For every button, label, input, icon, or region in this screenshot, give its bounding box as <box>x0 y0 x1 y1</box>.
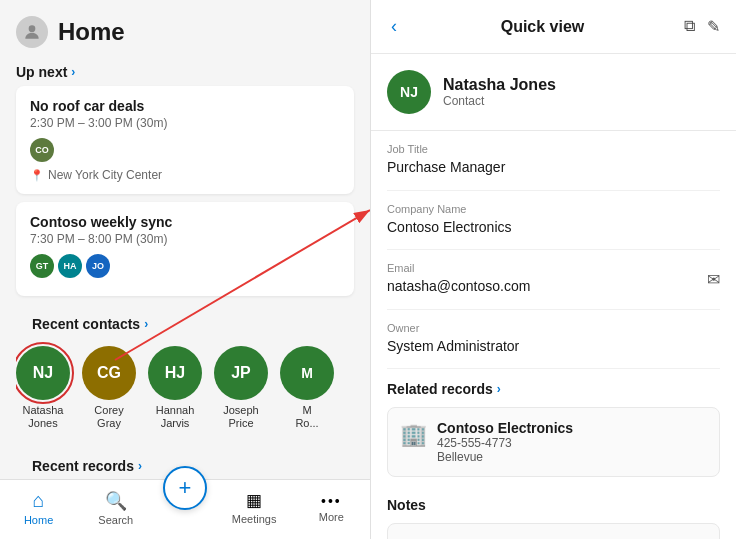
up-next-section-title[interactable]: Up next › <box>0 56 370 86</box>
attendee-avatar: GT <box>30 254 54 278</box>
external-link-icon[interactable]: ⧉ <box>684 17 695 36</box>
contact-fields: Job Title Purchase Manager Company Name … <box>371 131 736 369</box>
recent-contacts-chevron: › <box>144 317 148 331</box>
location-text: New York City Center <box>48 168 162 182</box>
quick-view-title: Quick view <box>409 18 676 36</box>
svg-point-0 <box>29 25 36 32</box>
edit-icon[interactable]: ✎ <box>707 17 720 36</box>
contact-item-nj[interactable]: NJ NatashaJones <box>16 346 70 430</box>
contact-avatar-hj: HJ <box>148 346 202 400</box>
event-2-attendees: GT HA JO <box>30 254 340 278</box>
fab-container: + <box>163 466 207 526</box>
field-label-email: Email <box>387 262 720 274</box>
bottom-navigation: ⌂ Home 🔍 Search + ▦ Meetings ••• More <box>0 479 370 539</box>
attendee-avatar: JO <box>86 254 110 278</box>
up-next-label: Up next <box>16 64 67 80</box>
event-1-title: No roof car deals <box>30 98 340 114</box>
notes-title: Notes <box>387 497 720 513</box>
contact-item-cg[interactable]: CG CoreyGray <box>82 346 136 430</box>
contact-avatar-jp: JP <box>214 346 268 400</box>
field-label-company: Company Name <box>387 203 720 215</box>
related-records-title[interactable]: Related records › <box>387 381 720 397</box>
event-1-time: 2:30 PM – 3:00 PM (30m) <box>30 116 340 130</box>
field-value-email: natasha@contoso.com <box>387 277 720 297</box>
location-icon: 📍 <box>30 169 44 182</box>
right-panel: ‹ Quick view ⧉ ✎ NJ Natasha Jones Contac… <box>371 0 736 539</box>
related-company-name: Contoso Electronics <box>437 420 573 436</box>
nav-more-label: More <box>319 511 344 523</box>
contact-name-hj: HannahJarvis <box>156 404 195 430</box>
related-company-phone: 425-555-4773 <box>437 436 573 450</box>
contact-name-jp: JosephPrice <box>223 404 258 430</box>
search-icon: 🔍 <box>105 490 127 512</box>
back-button[interactable]: ‹ <box>387 12 401 41</box>
contact-item-jp[interactable]: JP JosephPrice <box>214 346 268 430</box>
nav-meetings[interactable]: ▦ Meetings <box>224 490 284 525</box>
field-company: Company Name Contoso Electronics <box>387 191 720 251</box>
contact-item-hj[interactable]: HJ HannahJarvis <box>148 346 202 430</box>
user-avatar[interactable] <box>16 16 48 48</box>
left-panel: Home Up next › No roof car deals 2:30 PM… <box>0 0 370 539</box>
recent-records-chevron: › <box>138 459 142 473</box>
meetings-icon: ▦ <box>246 490 262 511</box>
related-records-label: Related records <box>387 381 493 397</box>
contact-full-name: Natasha Jones <box>443 76 556 94</box>
more-icon: ••• <box>321 493 342 509</box>
field-owner: Owner System Administrator <box>387 310 720 370</box>
event-2-title: Contoso weekly sync <box>30 214 340 230</box>
up-next-chevron: › <box>71 65 75 79</box>
recent-contacts-title[interactable]: Recent contacts › <box>16 308 354 338</box>
related-records-chevron: › <box>497 382 501 396</box>
contact-name-block: Natasha Jones Contact <box>443 76 556 108</box>
event-1-attendees: CO <box>30 138 340 162</box>
related-company-city: Bellevue <box>437 450 573 464</box>
contact-info-row: NJ Natasha Jones Contact <box>371 54 736 131</box>
contacts-row: NJ NatashaJones CG CoreyGray HJ HannahJa… <box>16 338 354 438</box>
contact-type: Contact <box>443 94 556 108</box>
attendee-avatar: CO <box>30 138 54 162</box>
contact-name-nj: NatashaJones <box>23 404 64 430</box>
field-value-owner: System Administrator <box>387 337 720 357</box>
related-record-item[interactable]: 🏢 Contoso Electronics 425-555-4773 Belle… <box>387 407 720 477</box>
quick-view-header: ‹ Quick view ⧉ ✎ <box>371 0 736 54</box>
email-icon[interactable]: ✉ <box>707 270 720 289</box>
contact-name-m: MRo... <box>295 404 318 430</box>
attendee-avatar: HA <box>58 254 82 278</box>
field-email: Email natasha@contoso.com ✉ <box>387 250 720 310</box>
related-records-section: Related records › 🏢 Contoso Electronics … <box>371 369 736 485</box>
notes-box: Your notes will appear here. Add a note <box>387 523 720 539</box>
contact-avatar-m: M <box>280 346 334 400</box>
home-icon: ⌂ <box>33 489 45 512</box>
nav-home[interactable]: ⌂ Home <box>9 489 69 526</box>
nav-meetings-label: Meetings <box>232 513 277 525</box>
nav-search[interactable]: 🔍 Search <box>86 490 146 526</box>
notes-section: Notes Your notes will appear here. Add a… <box>371 485 736 539</box>
recent-contacts-label: Recent contacts <box>32 316 140 332</box>
app-header: Home <box>0 0 370 56</box>
nav-more[interactable]: ••• More <box>301 493 361 523</box>
add-fab[interactable]: + <box>163 466 207 510</box>
contact-avatar-nj: NJ <box>16 346 70 400</box>
recent-records-label: Recent records <box>32 458 134 474</box>
related-record-info: Contoso Electronics 425-555-4773 Bellevu… <box>437 420 573 464</box>
contact-name-cg: CoreyGray <box>94 404 123 430</box>
field-label-owner: Owner <box>387 322 720 334</box>
nav-home-label: Home <box>24 514 53 526</box>
company-icon: 🏢 <box>400 422 427 448</box>
page-title: Home <box>58 18 125 46</box>
event-card-2[interactable]: Contoso weekly sync 7:30 PM – 8:00 PM (3… <box>16 202 354 296</box>
event-2-time: 7:30 PM – 8:00 PM (30m) <box>30 232 340 246</box>
quick-view-actions: ⧉ ✎ <box>684 17 720 36</box>
recent-contacts-section: Recent contacts › NJ NatashaJones CG Cor… <box>0 296 370 438</box>
contact-item-m[interactable]: M MRo... <box>280 346 334 430</box>
event-card-1[interactable]: No roof car deals 2:30 PM – 3:00 PM (30m… <box>16 86 354 194</box>
left-scroll[interactable]: Home Up next › No roof car deals 2:30 PM… <box>0 0 370 539</box>
events-list: No roof car deals 2:30 PM – 3:00 PM (30m… <box>0 86 370 296</box>
notes-label: Notes <box>387 497 426 513</box>
contact-quick-view-avatar: NJ <box>387 70 431 114</box>
field-value-company: Contoso Electronics <box>387 218 720 238</box>
contact-avatar-wrap-nj: NJ <box>16 346 70 400</box>
field-job-title: Job Title Purchase Manager <box>387 131 720 191</box>
contact-avatar-cg: CG <box>82 346 136 400</box>
nav-search-label: Search <box>98 514 133 526</box>
